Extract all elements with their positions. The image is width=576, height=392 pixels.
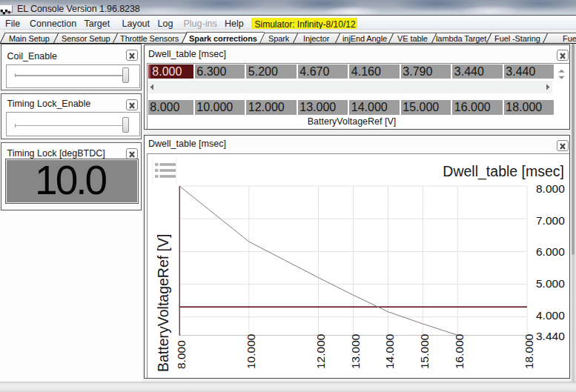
svg-text:7.000: 7.000: [536, 214, 565, 227]
svg-text:10.000: 10.000: [244, 333, 256, 369]
svg-text:Dwell_table [msec]: Dwell_table [msec]: [443, 163, 564, 180]
svg-text:13.000: 13.000: [348, 333, 361, 369]
svg-text:12.000: 12.000: [314, 333, 326, 369]
svg-text:5.000: 5.000: [536, 277, 565, 290]
svg-text:14.000: 14.000: [383, 333, 396, 369]
svg-text:8.000: 8.000: [536, 182, 565, 195]
svg-text:8.000: 8.000: [175, 340, 188, 369]
svg-text:18.000: 18.000: [523, 333, 535, 369]
svg-text:16.000: 16.000: [453, 333, 466, 369]
svg-text:4.000: 4.000: [536, 309, 565, 322]
svg-text:6.000: 6.000: [536, 245, 565, 258]
svg-text:3.440: 3.440: [536, 330, 565, 342]
svg-text:BatteryVoltageRef [V]: BatteryVoltageRef [V]: [155, 234, 171, 372]
svg-text:15.000: 15.000: [418, 333, 431, 369]
